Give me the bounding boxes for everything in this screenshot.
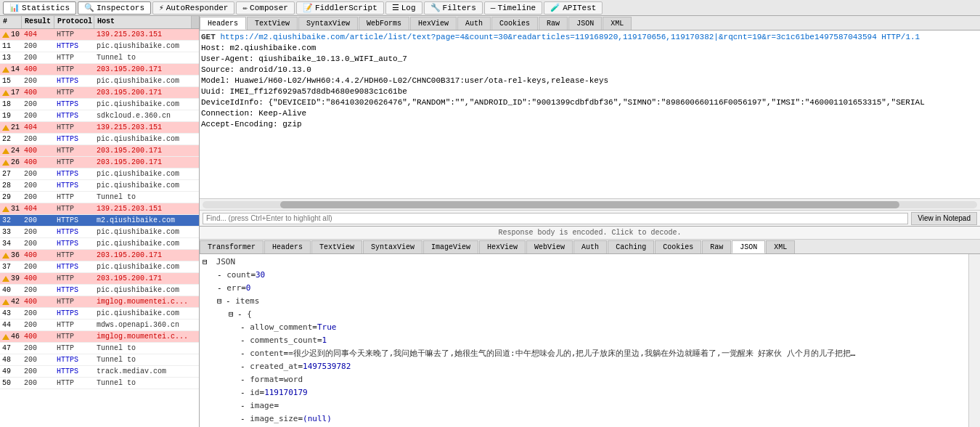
cell-host: pic.qiushibaike.com: [94, 77, 199, 85]
list-row[interactable]: 32 200 HTTPS m2.qiushibaike.com: [0, 215, 199, 227]
list-row[interactable]: 33 200 HTTPS pic.qiushibaike.com: [0, 227, 199, 238]
list-row[interactable]: 21 404 HTTP 139.215.203.151: [0, 122, 199, 134]
response-tab-caching[interactable]: Caching: [608, 240, 654, 253]
list-row[interactable]: 31 404 HTTP 139.215.203.151: [0, 203, 199, 215]
cell-protocol: HTTPS: [54, 309, 94, 317]
request-tab-raw[interactable]: Raw: [539, 17, 568, 30]
fiddlerscript-label: FiddlerScript: [315, 4, 377, 12]
list-row[interactable]: 17 400 HTTP 203.195.200.171: [0, 87, 199, 99]
list-row[interactable]: 19 200 HTTPS sdkcloud.e.360.cn: [0, 110, 199, 122]
request-tab-cookies[interactable]: Cookies: [491, 17, 538, 30]
find-input[interactable]: [203, 213, 908, 224]
response-tab-auth[interactable]: Auth: [573, 240, 607, 253]
request-tab-hexview[interactable]: HexView: [410, 17, 457, 30]
list-row[interactable]: 11 200 HTTPS pic.qiushibaike.com: [0, 41, 199, 52]
list-row[interactable]: 10 404 HTTP 139.215.203.151: [0, 29, 199, 41]
request-tab-xml[interactable]: XML: [603, 17, 632, 30]
response-tab-textview[interactable]: TextView: [311, 240, 362, 253]
statistics-button[interactable]: 📊 Statistics: [3, 1, 76, 15]
list-row[interactable]: 39 400 HTTP 203.195.200.171: [0, 273, 199, 285]
list-row[interactable]: 46 400 HTTP imglog.moumentei.c...: [0, 331, 199, 343]
inspectors-button[interactable]: 🔍 Inspectors: [78, 1, 151, 15]
list-row[interactable]: 36 400 HTTP 203.195.200.171: [0, 250, 199, 261]
response-tab-imageview[interactable]: ImageView: [423, 240, 478, 253]
list-row[interactable]: 27 200 HTTPS pic.qiushibaike.com: [0, 168, 199, 180]
list-row[interactable]: 13 200 HTTP Tunnel to: [0, 52, 199, 64]
request-tab-syntaxview[interactable]: SyntaxView: [298, 17, 358, 30]
cell-protocol: HTTPS: [54, 367, 94, 375]
cell-num: 49: [0, 367, 22, 375]
timeline-button[interactable]: — Timeline: [484, 1, 542, 15]
vertical-scrollbar[interactable]: [968, 254, 980, 427]
timeline-label: Timeline: [497, 4, 536, 12]
list-row[interactable]: 49 200 HTTPS track.mediav.com: [0, 366, 199, 378]
cell-protocol: HTTPS: [54, 135, 94, 143]
list-row[interactable]: 47 200 HTTP Tunnel to: [0, 343, 199, 354]
col-header-host: Host: [94, 16, 192, 28]
response-tab-xml[interactable]: XML: [766, 240, 795, 253]
list-row[interactable]: 28 200 HTTPS pic.qiushibaike.com: [0, 180, 199, 192]
list-row[interactable]: 50 200 HTTP Tunnel to: [0, 378, 199, 389]
response-tab-bar: TransformerHeadersTextViewSyntaxViewImag…: [200, 240, 980, 254]
response-tab-webview[interactable]: WebView: [526, 240, 573, 253]
cell-result: 200: [22, 135, 54, 143]
cell-protocol: HTTPS: [54, 182, 94, 190]
response-tab-headers[interactable]: Headers: [264, 240, 311, 253]
cell-host: 203.195.200.171: [94, 251, 199, 259]
json-node: - err=0: [203, 282, 965, 295]
request-method-url: GET https://m2.qiushibaike.com/article/l…: [201, 32, 979, 43]
request-tab-textview[interactable]: TextView: [247, 17, 298, 30]
list-row[interactable]: 48 200 HTTPS Tunnel to: [0, 354, 199, 366]
composer-icon: ✏️: [242, 3, 248, 12]
scroll-thumb[interactable]: [280, 201, 900, 208]
request-tab-json[interactable]: JSON: [568, 17, 602, 30]
request-tab-webforms[interactable]: WebForms: [359, 17, 409, 30]
list-row[interactable]: 22 200 HTTPS pic.qiushibaike.com: [0, 134, 199, 145]
response-tab-hexview[interactable]: HexView: [479, 240, 526, 253]
response-banner[interactable]: Response body is encoded. Click to decod…: [200, 227, 980, 240]
apitest-button[interactable]: 🧪 APITest: [544, 1, 603, 15]
cell-host: 203.195.200.171: [94, 274, 199, 282]
collapse-icon[interactable]: ⊟: [203, 256, 211, 268]
request-list-body[interactable]: 10 404 HTTP 139.215.203.151 11 200 HTTPS…: [0, 29, 199, 427]
response-tab-raw[interactable]: Raw: [702, 240, 731, 253]
list-row[interactable]: 37 200 HTTPS pic.qiushibaike.com: [0, 261, 199, 273]
response-tab-json[interactable]: JSON: [732, 240, 765, 253]
cell-result: 200: [22, 216, 54, 224]
cell-protocol: HTTP: [54, 205, 94, 213]
composer-button[interactable]: ✏️ Composer: [236, 1, 294, 15]
resize-handle[interactable]: [192, 16, 199, 28]
filters-button[interactable]: 🔧 Filters: [424, 1, 483, 15]
fiddlerscript-button[interactable]: 📝 FiddlerScript: [296, 1, 384, 15]
list-row[interactable]: 18 200 HTTPS pic.qiushibaike.com: [0, 99, 199, 110]
view-in-notepad-button[interactable]: View in Notepad: [911, 212, 977, 225]
response-tab-transformer[interactable]: Transformer: [200, 240, 264, 253]
horizontal-scrollbar[interactable]: [200, 198, 980, 210]
response-content: ⊟ JSON- count=30- err=0⊟- items⊟- {- all…: [200, 254, 968, 427]
cell-host: pic.qiushibaike.com: [94, 100, 199, 108]
list-row[interactable]: 34 200 HTTPS pic.qiushibaike.com: [0, 238, 199, 250]
cell-host: 203.195.200.171: [94, 158, 199, 166]
request-tab-headers[interactable]: Headers: [200, 17, 246, 30]
list-row[interactable]: 40 200 HTTPS pic.qiushibaike.com: [0, 285, 199, 296]
list-row[interactable]: 15 200 HTTPS pic.qiushibaike.com: [0, 76, 199, 87]
cell-result: 200: [22, 367, 54, 375]
list-row[interactable]: 24 400 HTTP 203.195.200.171: [0, 145, 199, 157]
scroll-track[interactable]: [203, 201, 977, 208]
cell-num: 42: [0, 298, 22, 306]
json-property: - image_size=(null): [203, 412, 856, 426]
list-row[interactable]: 44 200 HTTP mdws.openapi.360.cn: [0, 320, 199, 331]
request-tab-auth[interactable]: Auth: [457, 17, 491, 30]
response-tab-cookies[interactable]: Cookies: [655, 240, 701, 253]
list-row[interactable]: 26 400 HTTP 203.195.200.171: [0, 157, 199, 168]
log-button[interactable]: ☰ Log: [385, 1, 422, 15]
response-tab-syntaxview[interactable]: SyntaxView: [363, 240, 422, 253]
collapse-icon[interactable]: ⊟: [217, 296, 226, 307]
list-row[interactable]: 42 400 HTTP imglog.moumentei.c...: [0, 296, 199, 308]
autoresponder-button[interactable]: ⚡ AutoResponder: [152, 1, 234, 15]
collapse-icon[interactable]: ⊟: [229, 309, 237, 320]
list-row[interactable]: 29 200 HTTP Tunnel to: [0, 192, 199, 203]
list-row[interactable]: 43 200 HTTPS pic.qiushibaike.com: [0, 308, 199, 320]
list-row[interactable]: 14 400 HTTP 203.195.200.171: [0, 64, 199, 76]
cell-result: 404: [22, 123, 54, 131]
